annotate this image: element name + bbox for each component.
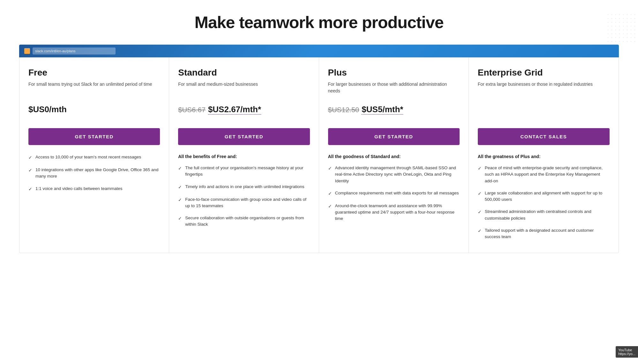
check-icon: ✓ — [178, 215, 182, 228]
check-icon: ✓ — [28, 186, 32, 193]
list-item: ✓ Large scale collaboration and alignmen… — [478, 190, 610, 203]
check-icon: ✓ — [28, 167, 32, 180]
plan-free-features: ✓ Access to 10,000 of your team's most r… — [28, 154, 160, 193]
plan-standard-features: ✓ The full context of your organisation'… — [178, 165, 310, 228]
check-icon: ✓ — [328, 190, 332, 197]
feature-text: Secure collaboration with outside organi… — [185, 215, 310, 228]
plan-enterprise-description: For extra large businesses or those in r… — [478, 81, 610, 97]
plan-enterprise-price — [478, 105, 610, 120]
check-icon: ✓ — [178, 197, 182, 209]
page-wrapper: Make teamwork more productive slack.com/… — [0, 0, 638, 272]
plan-standard-cta[interactable]: GET STARTED — [178, 128, 310, 145]
browser-bar: slack.com/intl/en-au/plans — [19, 45, 619, 57]
plan-plus-price-underline: $US5/mth* — [362, 105, 403, 115]
check-icon: ✓ — [328, 203, 332, 222]
list-item: ✓ Advanced identity management through S… — [328, 165, 460, 184]
plan-standard-description: For small and medium-sized businesses — [178, 81, 310, 97]
list-item: ✓ Access to 10,000 of your team's most r… — [28, 154, 160, 161]
pricing-container: Free For small teams trying out Slack fo… — [19, 57, 619, 253]
browser-favicon — [24, 48, 30, 54]
plan-free-description: For small teams trying out Slack for an … — [28, 81, 160, 97]
feature-text: The full context of your organisation's … — [185, 165, 310, 178]
plan-free-price-value: $US0/mth — [28, 105, 67, 114]
list-item: ✓ 1:1 voice and video calls between team… — [28, 186, 160, 193]
feature-text: Advanced identity management through SAM… — [335, 165, 460, 184]
feature-text: 10 integrations with other apps like Goo… — [35, 167, 160, 180]
feature-text: Streamlined administration with centrali… — [485, 208, 610, 222]
plan-free: Free For small teams trying out Slack fo… — [19, 57, 169, 253]
list-item: ✓ Face-to-face communication with group … — [178, 196, 310, 209]
plan-enterprise: Enterprise Grid For extra large business… — [469, 57, 619, 253]
plan-plus: Plus For larger businesses or those with… — [319, 57, 469, 253]
list-item: ✓ Streamlined administration with centra… — [478, 208, 610, 222]
plan-standard: Standard For small and medium-sized busi… — [169, 57, 319, 253]
plan-plus-features: ✓ Advanced identity management through S… — [328, 165, 460, 222]
feature-text: Tailored support with a designated accou… — [485, 227, 610, 240]
plan-plus-price: $US12.50 $US5/mth* — [328, 105, 460, 120]
check-icon: ✓ — [28, 154, 32, 161]
list-item: ✓ Timely info and actions in one place w… — [178, 184, 310, 191]
pricing-grid: Free For small teams trying out Slack fo… — [19, 57, 619, 253]
list-item: ✓ Secure collaboration with outside orga… — [178, 215, 310, 228]
feature-text: Around-the-clock teamwork and assistance… — [335, 203, 460, 222]
plan-free-name: Free — [28, 68, 160, 78]
plan-enterprise-features: ✓ Peace of mind with enterprise-grade se… — [478, 165, 610, 240]
plan-plus-cta[interactable]: GET STARTED — [328, 128, 460, 145]
page-title: Make teamwork more productive — [19, 13, 619, 32]
check-icon: ✓ — [178, 165, 182, 178]
feature-text: Timely info and actions in one place wit… — [185, 184, 304, 191]
plan-plus-price-original: $US12.50 — [328, 106, 359, 114]
plan-standard-name: Standard — [178, 68, 310, 78]
feature-text: Access to 10,000 of your team's most rec… — [35, 154, 141, 161]
check-icon: ✓ — [478, 209, 482, 222]
plan-enterprise-name: Enterprise Grid — [478, 68, 610, 78]
list-item: ✓ The full context of your organisation'… — [178, 165, 310, 178]
plan-enterprise-benefits-header: All the greatness of Plus and: — [478, 154, 610, 159]
plan-plus-name: Plus — [328, 68, 460, 78]
feature-text: Compliance requirements met with data ex… — [335, 190, 459, 197]
list-item: ✓ Compliance requirements met with data … — [328, 190, 460, 197]
plan-standard-price-current: $US2.67/mth* — [208, 105, 261, 114]
feature-text: Face-to-face communication with group vo… — [185, 196, 310, 209]
plan-standard-price: $US6.67 $US2.67/mth* — [178, 105, 310, 120]
plan-plus-description: For larger businesses or those with addi… — [328, 81, 460, 97]
feature-text: Peace of mind with enterprise-grade secu… — [485, 165, 610, 184]
plan-standard-benefits-header: All the benefits of Free and: — [178, 154, 310, 159]
list-item: ✓ Peace of mind with enterprise-grade se… — [478, 165, 610, 184]
list-item: ✓ 10 integrations with other apps like G… — [28, 167, 160, 180]
plan-free-price: $US0/mth — [28, 105, 160, 120]
list-item: ✓ Around-the-clock teamwork and assistan… — [328, 203, 460, 222]
plan-standard-price-original: $US6.67 — [178, 106, 206, 114]
pricing-section: slack.com/intl/en-au/plans Free For smal… — [19, 45, 619, 253]
check-icon: ✓ — [478, 165, 482, 184]
check-icon: ✓ — [328, 165, 332, 184]
browser-url-bar: slack.com/intl/en-au/plans — [33, 47, 116, 55]
feature-text: Large scale collaboration and alignment … — [485, 190, 610, 203]
plan-enterprise-cta[interactable]: CONTACT SALES — [478, 128, 610, 145]
browser-url-text: slack.com/intl/en-au/plans — [35, 49, 76, 53]
feature-text: 1:1 voice and video calls between teamma… — [35, 186, 122, 193]
check-icon: ✓ — [478, 190, 482, 203]
plan-free-cta[interactable]: GET STARTED — [28, 128, 160, 145]
check-icon: ✓ — [478, 228, 482, 240]
check-icon: ✓ — [178, 184, 182, 191]
list-item: ✓ Tailored support with a designated acc… — [478, 227, 610, 240]
plan-standard-price-underline: $US2.67/mth* — [208, 105, 261, 115]
plan-plus-benefits-header: All the goodness of Standard and: — [328, 154, 460, 159]
plan-plus-price-current: $US5/mth* — [362, 105, 403, 114]
